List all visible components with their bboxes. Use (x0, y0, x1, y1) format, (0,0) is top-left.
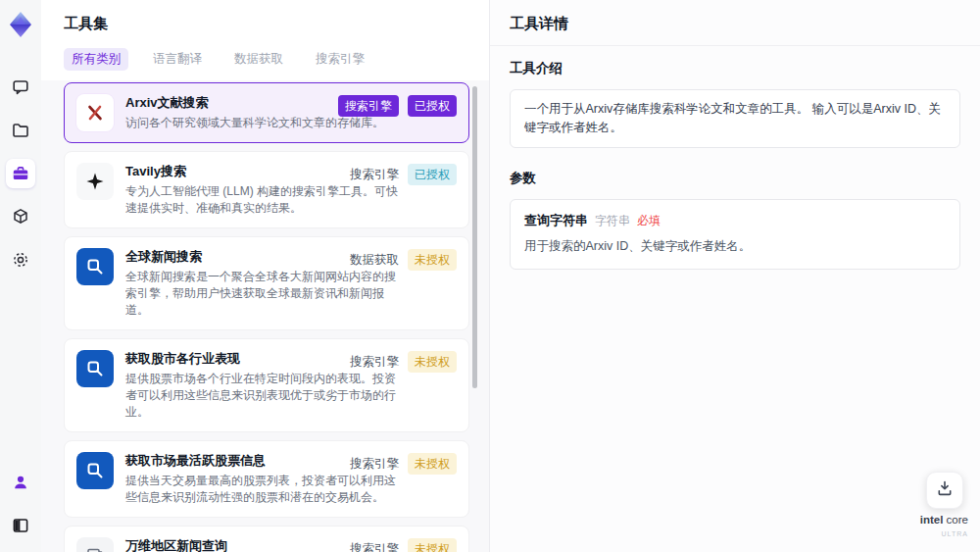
cube-icon (11, 207, 30, 226)
page-title: 工具集 (64, 15, 467, 33)
user-icon (11, 473, 30, 492)
list-scrollbar[interactable] (472, 86, 477, 388)
tool-card[interactable]: 全球新闻搜索 全球新闻搜索是一个聚合全球各大新闻网站内容的搜索引擎，帮助用户快速… (64, 236, 469, 330)
sidebar-item-account[interactable] (6, 468, 35, 497)
parameter-description: 用于搜索的Arxiv ID、关键字或作者姓名。 (524, 238, 946, 255)
category-tab[interactable]: 语言翻译 (145, 48, 210, 71)
tool-card[interactable]: 获取市场最活跃股票信息 提供当天交易量最高的股票列表，投资者可以利用这些信息来识… (64, 440, 469, 518)
category-badge: 搜索引擎 (350, 541, 399, 552)
tavily-tool-icon (76, 163, 114, 200)
sidebar-item-settings[interactable] (6, 245, 35, 275)
parameter-type: 字符串 (595, 213, 630, 229)
sidebar-item-collapse-panel[interactable] (6, 511, 35, 540)
core-logo-text: core (943, 514, 968, 526)
category-badge: 搜索引擎 (350, 354, 399, 371)
tool-card[interactable]: Tavily搜索 专为人工智能代理 (LLM) 构建的搜索引擎工具。可快速提供实… (64, 151, 469, 228)
category-badge: 搜索引擎 (350, 167, 399, 183)
chat-icon (11, 77, 30, 97)
tool-description: 全球新闻搜索是一个聚合全球各大新闻网站内容的搜索引擎，帮助用户快速获取全球最新资… (125, 269, 398, 319)
category-tab[interactable]: 数据获取 (226, 48, 291, 71)
arxiv-tool-icon (76, 94, 114, 131)
sidebar-item-models[interactable] (6, 202, 35, 231)
panel-layout-icon (11, 516, 30, 535)
tool-list-header: 工具集 所有类别语言翻译数据获取搜索引擎 (41, 0, 489, 80)
gear-icon (11, 250, 30, 270)
news-tool-icon (76, 537, 114, 552)
sidebar-item-chat[interactable] (6, 73, 35, 102)
search-tool-icon (76, 452, 114, 489)
tool-card-list: Arxiv文献搜索 访问各个研究领域大量科学论文和文章的存储库。 搜索引擎 已授… (41, 80, 489, 552)
download-button[interactable] (926, 472, 963, 509)
category-badge: 搜索引擎 (338, 95, 399, 117)
category-tab[interactable]: 所有类别 (64, 48, 128, 71)
app-logo-gem-icon (7, 10, 34, 39)
tool-list-panel: 工具集 所有类别语言翻译数据获取搜索引擎 Arxiv文献搜索 访问各个研究领域大… (41, 0, 490, 552)
auth-status-badge: 未授权 (408, 351, 457, 373)
download-icon (935, 478, 955, 502)
detail-header: 工具详情 (490, 0, 980, 46)
intro-section-title: 工具介绍 (510, 60, 960, 77)
parameter-card: 查询字符串 字符串 必填 用于搜索的Arxiv ID、关键字或作者姓名。 (510, 199, 960, 270)
sidebar-item-toolbox[interactable] (6, 159, 35, 188)
tool-card[interactable]: 获取股市各行业表现 提供股票市场各个行业在特定时间段内的表现。投资者可以利用这些… (64, 338, 469, 432)
auth-status-badge: 未授权 (408, 249, 457, 271)
intel-core-logo: intel core ULTRA (920, 512, 968, 540)
folder-icon (11, 121, 30, 140)
category-badge: 数据获取 (350, 252, 399, 269)
parameter-required-flag: 必填 (637, 213, 661, 229)
auth-status-badge: 已授权 (408, 95, 457, 117)
app-window: 工具集 所有类别语言翻译数据获取搜索引擎 Arxiv文献搜索 访问各个研究领域大… (0, 0, 980, 552)
intel-logo-subtext: ULTRA (920, 527, 968, 540)
tool-card[interactable]: 万维地区新闻查询 查询具体行政区划内的新闻，快速了解各地新闻动态 搜索引擎 未授… (64, 526, 469, 552)
tool-intro-text: 一个用于从Arxiv存储库搜索科学论文和文章的工具。 输入可以是Arxiv ID… (510, 89, 960, 148)
auth-status-badge: 未授权 (408, 538, 457, 552)
category-tab[interactable]: 搜索引擎 (308, 48, 372, 71)
search-tool-icon (76, 350, 114, 387)
tool-description: 提供股票市场各个行业在特定时间段内的表现。投资者可以利用这些信息来识别表现优于或… (125, 371, 398, 421)
detail-title: 工具详情 (510, 15, 960, 33)
tool-card[interactable]: Arxiv文献搜索 访问各个研究领域大量科学论文和文章的存储库。 搜索引擎 已授… (64, 82, 469, 143)
toolbox-icon (11, 164, 30, 183)
parameter-name: 查询字符串 (524, 212, 588, 229)
auth-status-badge: 已授权 (408, 164, 457, 185)
tool-detail-panel: 工具详情 工具介绍 一个用于从Arxiv存储库搜索科学论文和文章的工具。 输入可… (490, 0, 980, 552)
intel-logo-text: intel (920, 514, 944, 526)
tool-description: 访问各个研究领域大量科学论文和文章的存储库。 (125, 115, 398, 131)
category-badge: 搜索引擎 (350, 456, 399, 473)
auth-status-badge: 未授权 (408, 453, 457, 475)
search-tool-icon (76, 248, 114, 285)
params-section-title: 参数 (510, 170, 960, 187)
tool-description: 提供当天交易量最高的股票列表，投资者可以利用这些信息来识别流动性强的股票和潜在的… (125, 473, 398, 506)
category-tabs: 所有类别语言翻译数据获取搜索引擎 (64, 48, 467, 80)
sidebar (0, 0, 41, 552)
tool-description: 专为人工智能代理 (LLM) 构建的搜索引擎工具。可快速提供实时、准确和真实的结… (125, 183, 398, 217)
sidebar-item-files[interactable] (6, 116, 35, 145)
